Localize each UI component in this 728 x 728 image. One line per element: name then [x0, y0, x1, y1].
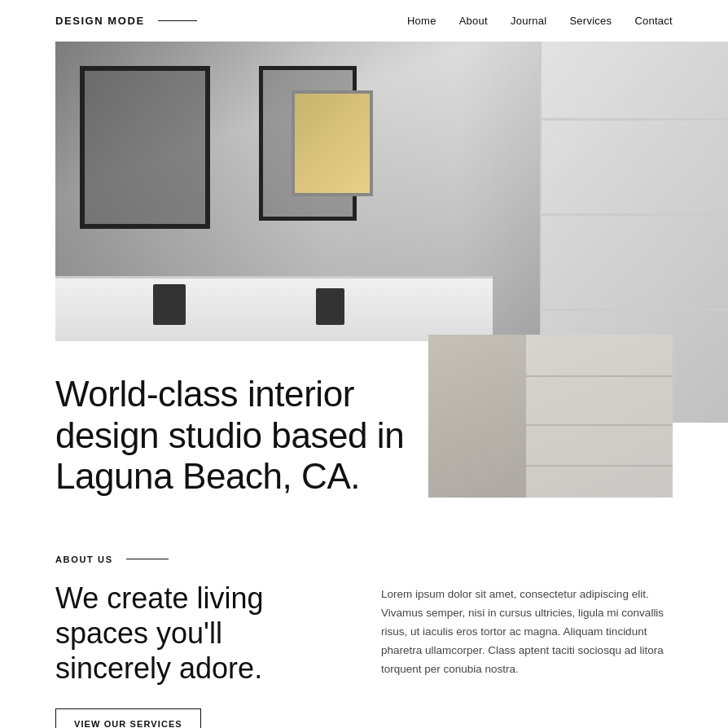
about-left-column: We create living spaces you'll sincerely…: [55, 581, 332, 728]
shelf-3: [542, 309, 728, 311]
hero-overlap-image: [428, 335, 673, 498]
about-label: ABOUT US: [55, 555, 673, 564]
faucet-left: [153, 284, 186, 325]
overlap-shelf-3: [526, 465, 673, 467]
about-heading: We create living spaces you'll sincerely…: [55, 581, 332, 686]
overlap-shelf-1: [526, 375, 673, 377]
artwork: [292, 90, 373, 196]
hero-headline-box: World-class interior design studio based…: [55, 341, 446, 498]
faucet-right: [316, 288, 344, 325]
site-logo: DESIGN MODE: [55, 15, 145, 27]
countertop: [55, 276, 493, 341]
logo-divider: [158, 20, 197, 21]
hero-section: World-class interior design studio based…: [0, 42, 728, 498]
shelf-2: [542, 213, 728, 216]
site-header: DESIGN MODE HomeAboutJournalServicesCont…: [0, 0, 728, 42]
about-section-label: ABOUT US: [55, 555, 113, 564]
nav-item-journal[interactable]: Journal: [511, 15, 546, 27]
nav-item-contact[interactable]: Contact: [634, 15, 673, 27]
about-right-column: Lorem ipsum dolor sit amet, consectetur …: [381, 581, 673, 679]
about-content: We create living spaces you'll sincerely…: [55, 581, 673, 728]
shelf-1: [542, 118, 728, 121]
logo-area: DESIGN MODE: [55, 15, 197, 27]
nav-item-about[interactable]: About: [459, 15, 488, 27]
about-body-text: Lorem ipsum dolor sit amet, consectetur …: [381, 585, 673, 679]
overlap-shelf-sim: [526, 335, 673, 498]
main-nav: HomeAboutJournalServicesContact: [407, 15, 673, 27]
nav-item-home[interactable]: Home: [407, 15, 436, 27]
hero-content: World-class interior design studio based…: [0, 341, 728, 498]
nav-item-services[interactable]: Services: [569, 15, 612, 27]
overlap-shelf-2: [526, 424, 673, 426]
hero-headline-text: World-class interior design studio based…: [55, 374, 414, 498]
about-label-line: [126, 559, 169, 559]
about-section: ABOUT US We create living spaces you'll …: [0, 498, 728, 728]
mirror-left: [80, 66, 210, 229]
view-services-button[interactable]: VIEW OUR SERVICES: [55, 708, 201, 728]
